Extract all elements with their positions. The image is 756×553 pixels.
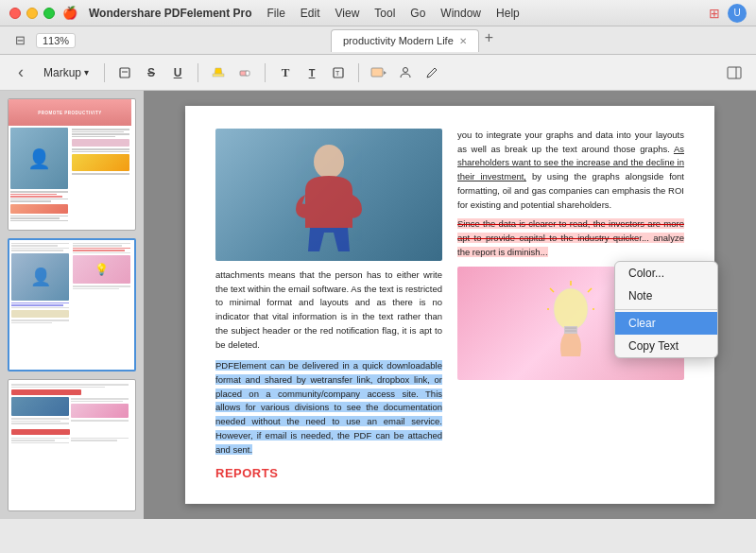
- apple-icon: 🍎: [62, 6, 77, 20]
- back-arrow-icon: ‹: [18, 62, 24, 82]
- text-underline-icon: T: [309, 67, 316, 78]
- menu-edit[interactable]: Edit: [301, 7, 320, 20]
- context-menu-note[interactable]: Note: [615, 285, 717, 307]
- svg-rect-5: [246, 71, 249, 76]
- title-bar: 🍎 Wondershare PDFelement Pro File Edit V…: [0, 0, 756, 26]
- text-tools: T T T: [273, 60, 351, 85]
- highlight-button[interactable]: [206, 60, 231, 85]
- sticky-note-button[interactable]: [112, 60, 137, 85]
- grid-icon[interactable]: ⊞: [709, 6, 720, 21]
- markup-dropdown[interactable]: Markup ▾: [36, 60, 96, 85]
- svg-point-10: [404, 67, 408, 72]
- strikethrough-button[interactable]: S: [139, 60, 163, 85]
- left-column: attachments means that the person has to…: [215, 129, 442, 487]
- sidebar-panel-button[interactable]: [722, 60, 747, 85]
- context-menu-copy-text[interactable]: Copy Text: [615, 335, 717, 357]
- eraser-button[interactable]: [232, 60, 257, 85]
- tab-bar: ⊟ 113% productivity Modern Life ✕ +: [0, 26, 756, 55]
- svg-rect-0: [120, 68, 129, 78]
- panel-toggle-icon[interactable]: [722, 60, 747, 85]
- underline-button[interactable]: U: [165, 60, 190, 85]
- divider-1: [104, 63, 105, 82]
- left-para-highlighted: PDFElement can be delivered in a quick d…: [215, 359, 442, 457]
- close-button[interactable]: [9, 8, 21, 19]
- text-tool-button[interactable]: T: [273, 60, 298, 85]
- document-view[interactable]: attachments means that the person has to…: [144, 91, 756, 519]
- svg-point-13: [314, 145, 344, 179]
- back-nav-button[interactable]: ‹: [9, 61, 32, 84]
- svg-marker-3: [215, 68, 222, 74]
- markup-label: Markup: [43, 66, 81, 79]
- context-menu: Color... Note Clear Copy Text: [614, 261, 718, 358]
- menu-tool[interactable]: Tool: [374, 7, 395, 20]
- color-box-button[interactable]: [367, 60, 391, 85]
- divider-4: [358, 63, 359, 82]
- divider-3: [265, 63, 266, 82]
- svg-rect-11: [728, 67, 741, 78]
- right-para-1: you to integrate your graphs and data in…: [457, 129, 684, 212]
- zoom-display[interactable]: 113%: [36, 33, 76, 48]
- user-avatar[interactable]: U: [728, 4, 747, 23]
- document-tab[interactable]: productivity Modern Life ✕: [331, 29, 479, 52]
- menu-window[interactable]: Window: [440, 7, 481, 20]
- reports-heading: REPORTS: [215, 464, 442, 483]
- traffic-lights: [9, 8, 55, 19]
- main-area: PROMOTE PRODUCTIVITY 👤: [0, 91, 756, 519]
- divider-2: [198, 63, 198, 82]
- svg-marker-9: [384, 71, 387, 75]
- app-title: Wondershare PDFelement Pro: [89, 7, 252, 20]
- minimize-button[interactable]: [26, 8, 38, 19]
- maximize-button[interactable]: [43, 8, 55, 19]
- svg-line-19: [550, 288, 554, 292]
- svg-rect-15: [564, 326, 577, 334]
- svg-line-20: [588, 288, 592, 292]
- text-underline-button[interactable]: T: [300, 60, 324, 85]
- color-stamp-tools: [367, 60, 444, 85]
- menu-file[interactable]: File: [267, 7, 285, 20]
- tab-add-button[interactable]: +: [485, 29, 493, 52]
- svg-text:T: T: [335, 70, 340, 77]
- page-sidebar: PROMOTE PRODUCTIVITY 👤: [0, 91, 144, 519]
- page-thumbnail-3[interactable]: 3: [8, 379, 136, 511]
- tab-label: productivity Modern Life: [343, 35, 454, 46]
- underline-icon: U: [174, 66, 182, 79]
- markup-toolbar: ‹ Markup ▾ S U T T T: [0, 55, 756, 91]
- svg-rect-2: [213, 74, 224, 77]
- context-menu-color[interactable]: Color...: [615, 262, 717, 285]
- menu-bar: File Edit View Tool Go Window Help: [267, 7, 520, 20]
- pen-button[interactable]: [420, 60, 444, 85]
- context-menu-divider: [615, 309, 717, 310]
- menu-help[interactable]: Help: [496, 7, 520, 20]
- highlight-tools: [206, 60, 257, 85]
- svg-rect-8: [371, 68, 383, 77]
- text-box-button[interactable]: T: [326, 60, 351, 85]
- svg-point-14: [554, 288, 588, 330]
- page-thumbnail-1[interactable]: PROMOTE PRODUCTIVITY 👤: [8, 98, 136, 231]
- person-stamp-button[interactable]: [393, 60, 418, 85]
- markup-chevron-icon: ▾: [84, 67, 89, 78]
- tab-close-icon[interactable]: ✕: [459, 36, 467, 46]
- annotation-tools: S U: [112, 60, 190, 85]
- text-t-icon: T: [282, 65, 290, 80]
- highlight-blue-text: PDFElement can be delivered in a quick d…: [215, 360, 442, 454]
- right-para-highlighted-red: Since the data is clearer to read, the i…: [457, 217, 684, 259]
- page-thumbnail-2[interactable]: 👤: [8, 238, 136, 372]
- man-image: [215, 129, 442, 261]
- menu-view[interactable]: View: [335, 7, 360, 20]
- strikethrough-icon: S: [147, 66, 155, 79]
- sidebar-toggle-icon[interactable]: ⊟: [15, 33, 26, 47]
- menu-go[interactable]: Go: [410, 7, 425, 20]
- left-para-1: attachments means that the person has to…: [215, 268, 442, 352]
- context-menu-clear[interactable]: Clear: [615, 312, 717, 335]
